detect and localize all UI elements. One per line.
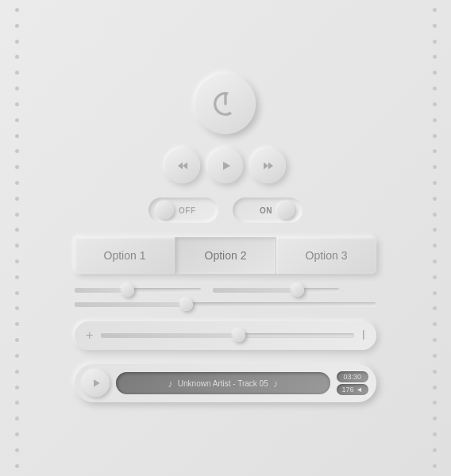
dot: [15, 354, 19, 358]
svg-marker-5: [264, 163, 268, 170]
svg-marker-6: [268, 163, 273, 170]
dot: [433, 464, 437, 468]
dot: [433, 40, 437, 44]
dot: [15, 306, 19, 310]
toggle-knob: [277, 202, 295, 219]
dot: [15, 165, 19, 169]
music-note-icon-2: ♪: [273, 378, 279, 390]
dot: [15, 291, 19, 295]
dot: [433, 102, 437, 106]
dot: [15, 244, 19, 248]
volume-min-icon: +: [86, 328, 93, 343]
dot: [15, 228, 19, 232]
option-2-button[interactable]: Option 2: [175, 237, 276, 274]
dot: [15, 213, 19, 217]
toggle-row: OFF ON: [148, 198, 303, 223]
dot: [433, 244, 437, 248]
dot: [15, 448, 19, 452]
dual-slider-row: [75, 288, 376, 293]
svg-marker-7: [94, 379, 100, 386]
dot: [433, 401, 437, 405]
dot: [15, 40, 19, 44]
toggle-knob: [156, 202, 174, 219]
slider-1-fill: [75, 288, 125, 293]
bitrate-display: 176 ◄: [337, 384, 368, 395]
rewind-button[interactable]: [165, 148, 200, 183]
dot: [433, 118, 437, 122]
dot: [433, 24, 437, 28]
slider-1-thumb[interactable]: [121, 284, 134, 297]
toggle-off-label: OFF: [179, 206, 196, 215]
volume-max-icon: I: [362, 328, 365, 343]
dot: [433, 338, 437, 342]
time-display: 03:30: [337, 371, 368, 382]
track-name: Unknown Artist - Track 05: [178, 379, 268, 388]
svg-marker-3: [183, 163, 187, 170]
main-container: OFF ON Option 1 Option 2 Option 3: [0, 0, 451, 476]
option-3-button[interactable]: Option 3: [276, 237, 376, 274]
left-dot-border: [11, 0, 22, 476]
rewind-icon: [175, 159, 190, 173]
dot: [15, 102, 19, 106]
player-play-icon: [91, 378, 102, 389]
play-icon: [218, 159, 233, 173]
dot: [15, 259, 19, 263]
dot: [15, 401, 19, 405]
play-button[interactable]: [208, 148, 243, 183]
volume-bar: + I: [75, 321, 376, 350]
dot: [433, 448, 437, 452]
dot: [433, 149, 437, 153]
long-slider[interactable]: [75, 302, 376, 307]
volume-thumb[interactable]: [233, 329, 245, 342]
dot: [15, 118, 19, 122]
dot: [433, 86, 437, 90]
dot: [433, 134, 437, 138]
dot: [15, 55, 19, 59]
long-slider-fill: [75, 302, 189, 307]
dot: [15, 386, 19, 390]
dot: [433, 416, 437, 420]
toggle-on-label: ON: [260, 206, 272, 215]
dot: [15, 197, 19, 201]
dot: [433, 181, 437, 185]
fast-forward-button[interactable]: [251, 148, 286, 183]
toggle-off[interactable]: OFF: [148, 198, 218, 223]
dot: [15, 86, 19, 90]
dot: [433, 354, 437, 358]
dot: [433, 213, 437, 217]
power-button-section: [195, 74, 256, 134]
dot: [433, 275, 437, 279]
slider-2[interactable]: [213, 288, 340, 293]
dot: [15, 149, 19, 153]
dot: [433, 386, 437, 390]
option-1-button[interactable]: Option 1: [75, 237, 175, 274]
fast-forward-icon: [261, 159, 276, 173]
dot: [433, 432, 437, 436]
music-note-icon: ♪: [168, 378, 173, 390]
player-play-button[interactable]: [83, 370, 110, 397]
long-slider-thumb[interactable]: [180, 298, 193, 311]
volume-track[interactable]: [101, 333, 353, 338]
dot: [15, 8, 19, 12]
media-controls: [165, 148, 286, 183]
dot: [433, 291, 437, 295]
dot: [15, 275, 19, 279]
sliders-section: [75, 288, 376, 307]
music-player: ♪ Unknown Artist - Track 05 ♪ 03:30 176 …: [75, 364, 376, 402]
power-button[interactable]: [195, 74, 256, 134]
dot: [15, 338, 19, 342]
slider-1[interactable]: [75, 288, 202, 293]
dot: [15, 432, 19, 436]
dot: [15, 181, 19, 185]
toggle-on[interactable]: ON: [233, 198, 303, 223]
slider-2-fill: [213, 288, 295, 293]
slider-2-thumb[interactable]: [291, 284, 304, 297]
dot: [15, 322, 19, 326]
volume-fill: [101, 333, 240, 338]
dot: [433, 71, 437, 75]
time-info: 03:30 176 ◄: [337, 371, 368, 395]
track-bar: ♪ Unknown Artist - Track 05 ♪: [116, 372, 330, 394]
dot: [433, 228, 437, 232]
dot: [433, 197, 437, 201]
dot: [433, 165, 437, 169]
